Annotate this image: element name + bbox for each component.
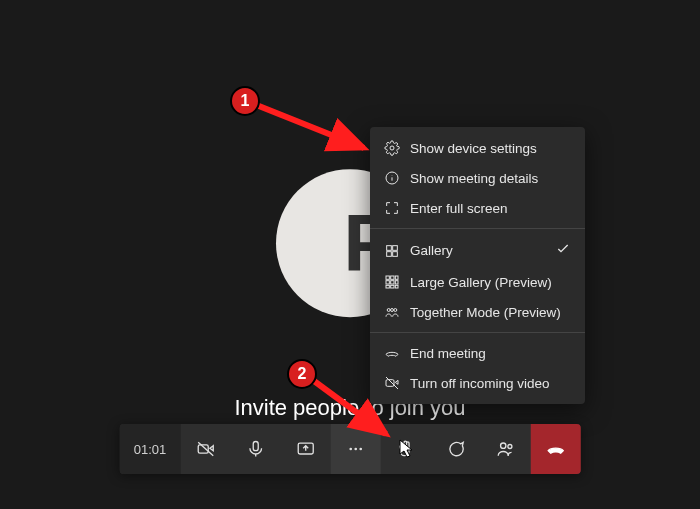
video-off-icon [384, 375, 400, 391]
svg-point-27 [354, 448, 357, 451]
menu-item-turn-off-incoming-video[interactable]: Turn off incoming video [370, 368, 585, 398]
menu-item-fullscreen[interactable]: Enter full screen [370, 193, 585, 223]
menu-item-together-mode[interactable]: Together Mode (Preview) [370, 297, 585, 327]
end-call-icon [384, 345, 400, 361]
menu-item-label: End meeting [410, 346, 486, 361]
svg-rect-5 [393, 245, 398, 250]
fullscreen-icon [384, 200, 400, 216]
menu-item-label: Turn off incoming video [410, 376, 550, 391]
menu-item-label: Enter full screen [410, 201, 508, 216]
svg-point-3 [392, 175, 393, 176]
camera-button[interactable] [180, 424, 230, 474]
mic-button[interactable] [230, 424, 280, 474]
more-icon [345, 439, 365, 459]
gear-icon [384, 140, 400, 156]
svg-point-26 [349, 448, 352, 451]
menu-item-label: Show device settings [410, 141, 537, 156]
together-mode-icon [384, 304, 400, 320]
menu-item-label: Together Mode (Preview) [410, 305, 561, 320]
svg-rect-4 [387, 245, 392, 250]
svg-point-0 [390, 146, 394, 150]
hangup-button[interactable] [530, 424, 580, 474]
annotation-badge-2: 2 [287, 359, 317, 389]
camera-off-icon [195, 439, 215, 459]
svg-point-30 [507, 445, 511, 449]
menu-item-large-gallery[interactable]: Large Gallery (Preview) [370, 267, 585, 297]
share-button[interactable] [280, 424, 330, 474]
annotation-badge-1: 1 [230, 86, 260, 116]
raise-hand-button[interactable] [380, 424, 430, 474]
call-timer: 01:01 [120, 424, 181, 474]
svg-rect-16 [395, 285, 398, 288]
hangup-icon [545, 439, 565, 459]
svg-point-29 [500, 443, 505, 448]
svg-rect-10 [395, 276, 398, 279]
svg-rect-7 [393, 251, 398, 256]
svg-point-18 [394, 309, 397, 312]
large-gallery-icon [384, 274, 400, 290]
menu-item-label: Gallery [410, 243, 453, 258]
menu-item-meeting-details[interactable]: Show meeting details [370, 163, 585, 193]
chat-icon [445, 439, 465, 459]
menu-item-label: Show meeting details [410, 171, 538, 186]
svg-line-31 [254, 104, 364, 148]
menu-item-device-settings[interactable]: Show device settings [370, 133, 585, 163]
people-icon [495, 439, 515, 459]
svg-rect-9 [391, 276, 394, 279]
call-toolbar: 01:01 [120, 424, 581, 474]
svg-rect-24 [253, 442, 258, 451]
menu-item-label: Large Gallery (Preview) [410, 275, 552, 290]
info-icon [384, 170, 400, 186]
svg-rect-13 [395, 281, 398, 284]
raise-hand-icon [395, 439, 415, 459]
annotation-arrow-1 [246, 96, 386, 166]
svg-rect-14 [386, 285, 389, 288]
svg-rect-6 [387, 251, 392, 256]
chat-button[interactable] [430, 424, 480, 474]
menu-item-gallery[interactable]: Gallery [370, 234, 585, 267]
svg-rect-8 [386, 276, 389, 279]
mic-icon [245, 439, 265, 459]
more-actions-button[interactable] [330, 424, 380, 474]
participants-button[interactable] [480, 424, 530, 474]
more-actions-menu: Show device settings Show meeting detail… [370, 127, 585, 404]
svg-rect-15 [391, 285, 394, 288]
menu-divider [370, 228, 585, 229]
checkmark-icon [555, 241, 571, 260]
svg-rect-11 [386, 281, 389, 284]
menu-item-end-meeting[interactable]: End meeting [370, 338, 585, 368]
svg-point-28 [359, 448, 362, 451]
gallery-icon [384, 243, 400, 259]
svg-rect-12 [391, 281, 394, 284]
svg-point-19 [391, 309, 394, 312]
svg-point-17 [387, 309, 390, 312]
share-screen-icon [295, 439, 315, 459]
menu-divider [370, 332, 585, 333]
